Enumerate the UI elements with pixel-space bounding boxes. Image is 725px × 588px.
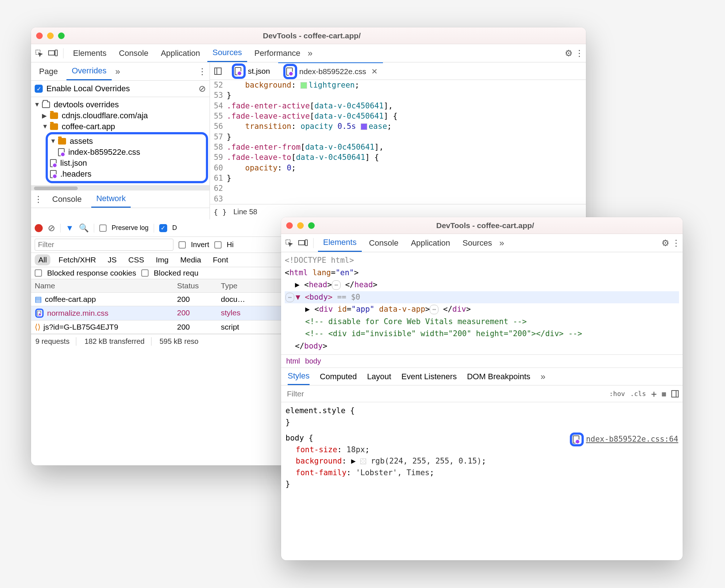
source-link[interactable]: ndex-b859522e.css:64: [570, 433, 678, 446]
hide-checkbox[interactable]: [214, 241, 222, 249]
tab-application[interactable]: Application: [156, 44, 205, 62]
max-dot[interactable]: [308, 222, 315, 229]
min-dot[interactable]: [47, 32, 54, 39]
device-icon[interactable]: [297, 237, 309, 249]
clear-icon[interactable]: ⊘: [48, 223, 55, 233]
settings-icon[interactable]: ⚙: [661, 238, 670, 248]
more-tabs-icon[interactable]: »: [308, 48, 312, 58]
menu-icon[interactable]: ⋮: [575, 48, 584, 58]
toggle-computed-icon[interactable]: ▦: [662, 390, 666, 397]
tree-root[interactable]: devtools overrides: [54, 100, 119, 109]
col-status[interactable]: Status: [173, 279, 217, 292]
preserve-log-checkbox[interactable]: [99, 224, 107, 232]
file-override-icon: [235, 67, 241, 75]
more-stabs-icon[interactable]: »: [541, 372, 545, 382]
tree-file-css[interactable]: index-b859522e.css: [68, 147, 140, 157]
tab-application[interactable]: Application: [406, 234, 455, 252]
crumb-body[interactable]: body: [305, 357, 321, 365]
chip-img[interactable]: Img: [152, 254, 172, 265]
close-icon[interactable]: ✕: [371, 67, 378, 76]
min-dot[interactable]: [297, 222, 304, 229]
tab-performance[interactable]: Performance: [249, 44, 306, 62]
drawer-console[interactable]: Console: [47, 191, 87, 208]
blocked-cookies-label: Blocked response cookies: [47, 269, 136, 277]
styles-filter-input[interactable]: [285, 387, 606, 400]
chip-font[interactable]: Font: [209, 254, 232, 265]
toggle-nav-icon[interactable]: [212, 65, 224, 77]
tab-elements[interactable]: Elements: [318, 234, 362, 252]
disable-cache-checkbox[interactable]: ✓: [159, 224, 167, 232]
subtab-overrides[interactable]: Overrides: [66, 62, 111, 80]
col-name[interactable]: Name: [31, 279, 173, 292]
cursor-position: Line 58: [233, 208, 257, 216]
settings-icon[interactable]: ⚙: [565, 48, 573, 58]
checkbox-checked-icon[interactable]: ✓: [35, 85, 43, 93]
more-subtabs-icon[interactable]: »: [115, 66, 120, 77]
tree-item[interactable]: coffee-cart.app: [62, 122, 115, 131]
svg-rect-1: [49, 51, 54, 55]
toggle-sidebar-icon[interactable]: [671, 390, 679, 398]
blocked-req-checkbox[interactable]: [141, 269, 149, 277]
clear-icon[interactable]: ⊘: [199, 84, 206, 94]
nav-menu-icon[interactable]: ⋮: [198, 66, 207, 77]
window-title: DevTools - coffee-cart.app/: [65, 31, 559, 40]
stab-styles[interactable]: Styles: [288, 368, 310, 385]
code-editor[interactable]: 525354555657585960616263 background: lig…: [210, 80, 586, 204]
invert-checkbox[interactable]: [179, 241, 186, 249]
drawer-network[interactable]: Network: [91, 191, 131, 208]
main-toolbar: Elements Console Application Sources Per…: [31, 44, 586, 62]
script-icon: ⟨⟩: [35, 323, 41, 331]
close-dot[interactable]: [36, 32, 43, 39]
main-toolbar: Elements Console Application Sources » ⚙…: [281, 234, 683, 252]
crumb-html[interactable]: html: [286, 357, 300, 365]
inspect-icon[interactable]: [283, 237, 295, 249]
close-dot[interactable]: [286, 222, 293, 229]
tab-sources[interactable]: Sources: [457, 234, 497, 252]
breadcrumb: html body: [281, 354, 683, 368]
tab-sources[interactable]: Sources: [207, 44, 247, 62]
tab-console[interactable]: Console: [364, 234, 404, 252]
tab-elements[interactable]: Elements: [68, 44, 112, 62]
new-rule-icon[interactable]: +: [651, 388, 657, 399]
chip-all[interactable]: All: [35, 254, 50, 265]
stab-layout[interactable]: Layout: [367, 372, 391, 381]
tree-folder-assets[interactable]: assets: [70, 137, 93, 146]
chip-media[interactable]: Media: [177, 254, 205, 265]
stab-breakpoints[interactable]: DOM Breakpoints: [467, 372, 530, 381]
tab-console[interactable]: Console: [114, 44, 154, 62]
filter-icon[interactable]: ▼: [66, 223, 74, 233]
chip-fetch[interactable]: Fetch/XHR: [55, 254, 100, 265]
pretty-print-icon[interactable]: { }: [214, 208, 227, 216]
stab-listeners[interactable]: Event Listeners: [402, 372, 457, 381]
device-icon[interactable]: [47, 47, 59, 59]
tree-item[interactable]: cdnjs.cloudflare.com/aja: [62, 111, 148, 120]
blocked-cookies-checkbox[interactable]: [35, 269, 42, 277]
blocked-req-label: Blocked requ: [154, 269, 199, 277]
menu-icon[interactable]: ⋮: [672, 238, 680, 248]
inspect-icon[interactable]: [33, 47, 45, 59]
styles-pane[interactable]: element.style { } ndex-b859522e.css:64 b…: [281, 402, 683, 493]
stab-computed[interactable]: Computed: [320, 372, 357, 381]
max-dot[interactable]: [58, 32, 65, 39]
subtab-page[interactable]: Page: [34, 62, 63, 80]
disable-cache-label: D: [172, 224, 177, 232]
chip-css[interactable]: CSS: [125, 254, 148, 265]
editor-tab-json[interactable]: st.json: [227, 62, 275, 80]
search-icon[interactable]: 🔍: [79, 223, 89, 233]
tree-file-json[interactable]: list.json: [60, 158, 87, 168]
record-icon[interactable]: [35, 224, 43, 232]
preserve-log-label: Preserve log: [112, 224, 149, 232]
hov-toggle[interactable]: :hov: [609, 390, 625, 397]
cls-toggle[interactable]: .cls: [630, 390, 646, 397]
editor-tab-css[interactable]: ndex-b859522e.css ✕: [278, 62, 383, 80]
dom-tree[interactable]: <!DOCTYPE html> <html lang="en"> ▶ <head…: [281, 252, 683, 354]
filter-input[interactable]: [35, 239, 173, 251]
drawer-menu-icon[interactable]: ⋮: [34, 194, 43, 204]
more-tabs-icon[interactable]: »: [499, 238, 504, 248]
hide-label: Hi: [227, 241, 234, 249]
overrides-tree: devtools overrides cdnjs.cloudflare.com/…: [31, 97, 210, 185]
highlighted-tree-group: assets index-b859522e.css list.json .hea…: [46, 132, 208, 183]
chip-js[interactable]: JS: [104, 254, 120, 265]
tree-file-headers[interactable]: .headers: [60, 169, 92, 179]
enable-overrides-row[interactable]: ✓ Enable Local Overrides ⊘: [31, 81, 210, 97]
